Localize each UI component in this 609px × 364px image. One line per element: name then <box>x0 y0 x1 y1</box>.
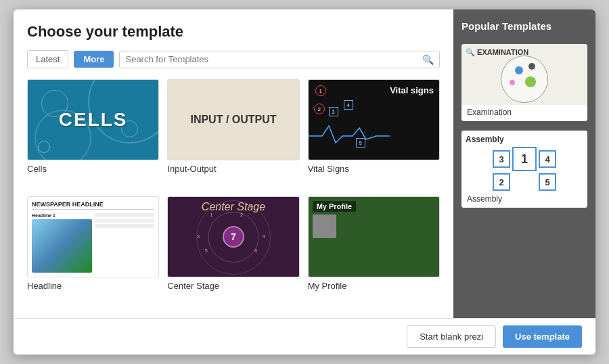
vital-template-label: Vital Signs <box>308 164 440 174</box>
assembly-cell-2: 2 <box>493 173 510 191</box>
search-icon: 🔍 <box>422 54 434 65</box>
profile-header-text: My Profile <box>313 201 357 212</box>
headline-right <box>95 213 155 273</box>
center-stage-text: Center Stage <box>168 201 298 213</box>
search-input-wrap: 🔍 <box>119 51 440 68</box>
profile-template-label: My Profile <box>308 281 440 291</box>
headline-line-1 <box>95 213 155 217</box>
stage-n1: 1 <box>210 212 212 218</box>
stage-template-label: Center Stage <box>167 281 299 291</box>
more-button[interactable]: More <box>74 51 114 68</box>
template-thumb-io: INPUT / OUTPUT <box>167 79 299 160</box>
assembly-cell-5: 5 <box>539 173 556 191</box>
template-item-center-stage[interactable]: 7 Center Stage 1 2 3 4 5 6 Center Stage <box>167 196 299 305</box>
latest-button[interactable]: Latest <box>27 50 68 68</box>
assembly-cell-4: 4 <box>539 150 556 168</box>
stage-n3: 3 <box>197 233 200 240</box>
headline-body: Headline 1 <box>32 212 154 273</box>
template-thumb-vital: Vital signs 1 2 3 4 5 <box>308 79 440 160</box>
template-item-input-output[interactable]: INPUT / OUTPUT Input-Output <box>167 79 299 188</box>
template-grid: CELLS Cells INPUT / OUTPUT Input-Output <box>27 79 440 304</box>
template-item-my-profile[interactable]: My Profile <box>308 196 440 305</box>
right-panel: Popular Templates 🔍 EXAMINATION Examinat… <box>453 9 595 318</box>
vital-title-text: Vital signs <box>390 85 434 95</box>
template-thumb-headline: NEWSPAPER HEADLINE Headline 1 <box>27 196 159 277</box>
assembly-cell-3: 3 <box>493 150 510 168</box>
popular-title: Popular Templates <box>461 20 587 32</box>
headline-template-label: Headline <box>27 281 159 291</box>
assembly-grid: 3 1 4 2 5 <box>466 147 583 191</box>
profile-content <box>313 214 340 238</box>
popular-thumb-assembly: Assembly 3 1 4 2 5 <box>461 131 587 191</box>
vital-num-3: 3 <box>329 107 338 116</box>
cell-bubble-3 <box>38 141 50 153</box>
exam-circle <box>501 55 548 103</box>
stage-n4: 4 <box>263 233 265 240</box>
template-item-headline[interactable]: NEWSPAPER HEADLINE Headline 1 <box>27 196 159 305</box>
popular-item-assembly[interactable]: Assembly 3 1 4 2 5 Assembly <box>461 131 587 208</box>
popular-item-examination[interactable]: 🔍 EXAMINATION Examination <box>461 44 587 121</box>
headline-h1: Headline 1 <box>32 213 92 218</box>
template-chooser-modal: Choose your template Latest More 🔍 CELLS <box>14 9 595 355</box>
headline-line-2 <box>95 219 155 223</box>
vital-num-4: 4 <box>344 100 353 110</box>
start-blank-button[interactable]: Start blank prezi <box>407 325 496 348</box>
panel-title: Choose your template <box>27 23 440 41</box>
modal-footer: Start blank prezi Use template <box>14 318 595 355</box>
stage-n5: 5 <box>204 248 207 254</box>
stage-center-number: 7 <box>223 226 244 248</box>
io-template-label: Input-Output <box>167 164 299 174</box>
headline-left: Headline 1 <box>32 213 92 273</box>
vital-signs-svg <box>309 122 439 146</box>
io-text: INPUT / OUTPUT <box>190 114 276 126</box>
template-thumb-profile: My Profile <box>308 196 440 277</box>
headline-image <box>32 219 92 273</box>
template-item-vital-signs[interactable]: Vital signs 1 2 3 4 5 Vital Signs <box>308 79 440 188</box>
exam-dot-4 <box>510 80 515 85</box>
template-item-cells[interactable]: CELLS Cells <box>27 79 159 188</box>
exam-dot-3 <box>528 63 535 70</box>
search-bar: Latest More 🔍 <box>27 50 440 68</box>
search-input[interactable] <box>125 54 422 64</box>
modal-body: Choose your template Latest More 🔍 CELLS <box>14 9 595 318</box>
vital-num-1: 1 <box>315 85 326 96</box>
assembly-cell-1: 1 <box>512 147 537 171</box>
examination-label: Examination <box>461 105 587 121</box>
stage-n2: 2 <box>240 212 243 218</box>
vital-num-2: 2 <box>314 104 325 114</box>
assembly-label: Assembly <box>461 191 587 208</box>
cells-template-label: Cells <box>27 164 159 174</box>
stage-n6: 6 <box>254 248 257 254</box>
headline-title-text: NEWSPAPER HEADLINE <box>32 201 154 210</box>
template-thumb-cells: CELLS <box>27 79 159 160</box>
use-template-button[interactable]: Use template <box>503 325 582 348</box>
popular-thumb-examination: 🔍 EXAMINATION <box>461 44 587 105</box>
assembly-thumb-title: Assembly <box>466 135 583 144</box>
profile-image <box>313 214 336 238</box>
cells-label: CELLS <box>59 109 128 131</box>
headline-line-3 <box>95 224 155 228</box>
left-panel: Choose your template Latest More 🔍 CELLS <box>14 9 453 318</box>
exam-dot-2 <box>525 76 536 87</box>
exam-dot-1 <box>515 66 523 74</box>
template-thumb-stage: 7 Center Stage 1 2 3 4 5 6 <box>167 196 299 277</box>
